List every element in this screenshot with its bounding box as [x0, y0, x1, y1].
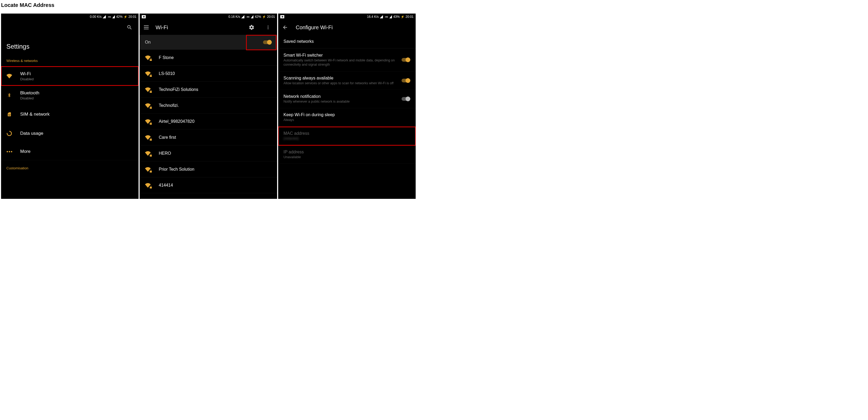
setting-label: Wi-Fi [20, 71, 34, 76]
svg-point-3 [268, 28, 269, 29]
setting-label: SIM & network [20, 111, 50, 117]
wifi-signal-icon [145, 167, 151, 172]
overflow-button[interactable] [263, 23, 273, 32]
wifi-toggle-label: On [145, 40, 151, 45]
network-item[interactable]: F Stone [140, 50, 277, 66]
config-item: IP addressUnavailable [278, 146, 416, 164]
network-item[interactable]: LS-5010 [140, 66, 277, 82]
config-label: Smart Wi-Fi switcher [283, 53, 397, 58]
config-item[interactable]: Scanning always availableAllow location … [278, 71, 416, 90]
page-heading: Locate MAC Address [0, 0, 868, 13]
setting-item-more[interactable]: More [1, 143, 138, 160]
screen-wifi-list: 0.16 K/s :4G 42% ⚡ 20:01 Wi-Fi On F Ston [140, 13, 277, 199]
network-item[interactable]: HERO [140, 146, 277, 161]
charging-icon: ⚡ [401, 15, 404, 19]
wifi-icon [6, 73, 12, 79]
wifi-signal-icon [145, 135, 151, 140]
app-bar: Configure Wi-Fi [278, 20, 416, 35]
config-label: MAC address [283, 131, 410, 136]
config-label: IP address [283, 150, 410, 155]
setting-sub: Disabled [20, 96, 39, 100]
config-list: Saved networksSmart Wi-Fi switcherAutoma… [278, 35, 416, 164]
config-item[interactable]: Saved networks [278, 35, 416, 49]
config-item[interactable]: Network notificationNotify whenever a pu… [278, 90, 416, 108]
app-bar: Wi-Fi [140, 20, 277, 35]
network-item[interactable]: Technofizi. [140, 98, 277, 114]
setting-item-data[interactable]: Data usage [1, 124, 138, 143]
status-speed: 0.00 K/s [90, 15, 101, 19]
clock: 20:01 [128, 15, 136, 19]
config-label: Saved networks [283, 39, 410, 44]
network-name: LS-5010 [159, 71, 175, 76]
network-name: F Stone [159, 55, 174, 60]
setting-item-sim[interactable]: SIM & network [1, 105, 138, 124]
screen-settings: 0.00 K/s :4G 42% ⚡ 20:01 Settings Wirele… [1, 13, 138, 199]
config-label: Keep Wi-Fi on during sleep [283, 112, 410, 117]
lock-icon [150, 122, 152, 125]
lock-icon [150, 138, 152, 141]
signal-icon-2 [389, 15, 392, 18]
toggle[interactable] [401, 57, 410, 62]
back-button[interactable] [280, 23, 290, 32]
svg-point-2 [268, 27, 269, 28]
network-type-icon: :4G [107, 16, 111, 18]
menu-button[interactable] [144, 26, 149, 29]
wifi-signal-icon [145, 183, 151, 188]
lock-icon [150, 170, 152, 172]
setting-item-bluetooth[interactable]: Bluetooth Disabled [1, 86, 138, 105]
setting-sub: Disabled [20, 77, 34, 81]
wifi-signal-icon [145, 71, 151, 76]
network-item[interactable]: Prior Tech Solution [140, 161, 277, 177]
network-name: Care first [159, 135, 176, 140]
wifi-signal-icon [145, 103, 151, 108]
network-item[interactable]: Airtel_9982047820 [140, 114, 277, 129]
network-name: 414414 [159, 183, 173, 188]
lock-icon [150, 74, 152, 77]
network-item[interactable]: TechnoFiZi Solutions [140, 82, 277, 98]
bluetooth-icon [6, 92, 12, 98]
setting-label: Bluetooth [20, 90, 39, 96]
back-icon [282, 25, 288, 30]
setting-item-wifi[interactable]: Wi-Fi Disabled [1, 66, 138, 86]
settings-button[interactable] [247, 23, 256, 32]
wifi-toggle-row[interactable]: On [140, 35, 277, 50]
battery-percent: 43% [393, 15, 400, 19]
app-bar-title: Configure Wi-Fi [296, 25, 333, 31]
config-item[interactable]: Smart Wi-Fi switcherAutomatically switch… [278, 49, 416, 71]
battery-percent: 42% [116, 15, 123, 19]
page-title: Settings [1, 35, 138, 57]
wifi-toggle[interactable] [262, 40, 272, 45]
lock-icon [150, 186, 152, 189]
charging-icon: ⚡ [262, 15, 266, 19]
svg-point-0 [7, 131, 12, 136]
section-header-customisation: Customisation [1, 160, 138, 174]
network-name: Airtel_9982047820 [159, 119, 194, 124]
search-button[interactable] [125, 23, 134, 32]
network-type-icon: :4G [384, 16, 388, 18]
config-sub: Unavailable [283, 155, 410, 159]
screenshot-icon [142, 15, 146, 18]
lock-icon [150, 90, 152, 93]
clock: 20:01 [267, 15, 275, 19]
signal-icon-2 [112, 15, 115, 18]
gear-icon [249, 25, 254, 30]
status-speed: 0.16 K/s [228, 15, 240, 19]
toggle[interactable] [401, 78, 410, 83]
toggle[interactable] [401, 96, 410, 101]
network-name: HERO [159, 151, 171, 156]
status-speed: 16.4 K/s [367, 15, 379, 19]
wifi-signal-icon [145, 119, 151, 124]
config-item: MAC address(redacted) [278, 127, 416, 145]
status-bar: 0.00 K/s :4G 42% ⚡ 20:01 [1, 13, 138, 20]
network-name: TechnoFiZi Solutions [159, 87, 198, 92]
config-label: Scanning always available [283, 76, 397, 80]
network-item[interactable]: 414414 [140, 177, 277, 193]
search-icon [127, 25, 132, 30]
lock-icon [150, 106, 152, 109]
config-item[interactable]: Keep Wi-Fi on during sleepAlways [278, 108, 416, 127]
svg-point-1 [268, 26, 269, 26]
setting-label: More [20, 149, 31, 154]
network-list: F StoneLS-5010TechnoFiZi SolutionsTechno… [140, 50, 277, 193]
network-item[interactable]: Care first [140, 129, 277, 146]
screenshot-icon [280, 15, 284, 18]
